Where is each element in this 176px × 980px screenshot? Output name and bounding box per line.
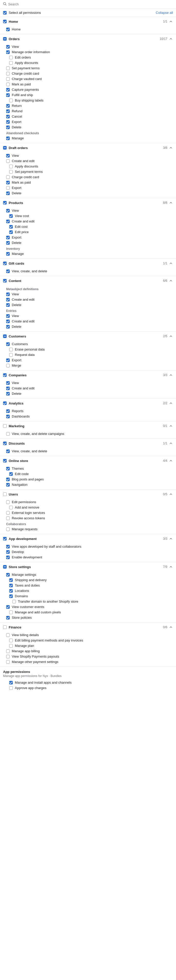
checkbox-checked[interactable] <box>9 472 13 476</box>
checkbox-checked[interactable] <box>6 483 10 487</box>
checkbox-checked[interactable] <box>6 325 10 329</box>
checkbox-checked[interactable] <box>9 214 13 218</box>
checkbox-indeterminate[interactable] <box>3 37 6 41</box>
checkbox-unchecked[interactable] <box>6 67 10 70</box>
checkbox-checked[interactable] <box>6 303 10 307</box>
checkbox-unchecked[interactable] <box>6 517 10 520</box>
section-header-marketing[interactable]: Marketing0/1 <box>0 422 176 431</box>
checkbox-unchecked[interactable] <box>6 364 10 368</box>
checkbox-checked[interactable] <box>6 387 10 390</box>
checkbox-unchecked[interactable] <box>6 72 10 75</box>
checkbox-checked[interactable] <box>6 545 10 549</box>
checkbox-checked[interactable] <box>6 320 10 323</box>
section-header-gift-cards[interactable]: Gift cards1/1 <box>0 259 176 268</box>
checkbox-unchecked[interactable] <box>6 660 10 664</box>
section-header-finance[interactable]: Finance0/6 <box>0 622 176 632</box>
checkbox-checked[interactable] <box>6 605 10 609</box>
checkbox-checked[interactable] <box>3 537 6 541</box>
checkbox-checked[interactable] <box>9 681 13 684</box>
checkbox-unchecked[interactable] <box>9 506 13 509</box>
checkbox-indeterminate[interactable] <box>3 146 6 150</box>
checkbox-checked[interactable] <box>9 231 13 234</box>
section-header-users[interactable]: Users0/5 <box>0 490 176 499</box>
checkbox-checked[interactable] <box>3 401 6 405</box>
section-header-companies[interactable]: Companies3/3 <box>0 371 176 380</box>
checkbox-checked[interactable] <box>6 550 10 554</box>
checkbox-checked[interactable] <box>3 262 6 265</box>
checkbox-unchecked[interactable] <box>9 56 13 59</box>
checkbox-unchecked[interactable] <box>9 348 13 351</box>
checkbox-unchecked[interactable] <box>9 644 13 648</box>
section-header-products[interactable]: Products8/8 <box>0 198 176 207</box>
checkbox-checked[interactable] <box>6 555 10 559</box>
checkbox-unchecked[interactable] <box>3 625 6 629</box>
checkbox-unchecked[interactable] <box>6 649 10 653</box>
section-header-discounts[interactable]: Discounts1/1 <box>0 439 176 448</box>
section-header-home[interactable]: Home1/1 <box>0 17 176 26</box>
collapse-all-button[interactable]: Collapse all <box>156 11 173 14</box>
checkbox-checked[interactable] <box>3 373 6 377</box>
checkbox-unchecked[interactable] <box>6 633 10 637</box>
checkbox-unchecked[interactable] <box>3 424 6 428</box>
checkbox-checked[interactable] <box>9 578 13 582</box>
checkbox-unchecked[interactable] <box>6 77 10 81</box>
checkbox-checked[interactable] <box>6 115 10 118</box>
checkbox-checked[interactable] <box>6 236 10 239</box>
checkbox-checked[interactable] <box>6 616 10 619</box>
checkbox-checked[interactable] <box>6 477 10 481</box>
checkbox-checked[interactable] <box>6 409 10 413</box>
checkbox-checked[interactable] <box>3 459 6 463</box>
checkbox-unchecked[interactable] <box>9 61 13 65</box>
checkbox-unchecked[interactable] <box>6 432 10 436</box>
checkbox-checked[interactable] <box>6 120 10 124</box>
checkbox-unchecked[interactable] <box>6 186 10 190</box>
checkbox-checked[interactable] <box>6 220 10 223</box>
checkbox-checked[interactable] <box>6 381 10 385</box>
checkbox-checked[interactable] <box>6 298 10 301</box>
section-header-draft-orders[interactable]: Draft orders3/8 <box>0 143 176 153</box>
checkbox-checked[interactable] <box>6 449 10 453</box>
checkbox-checked[interactable] <box>6 467 10 471</box>
section-header-customers[interactable]: Customers2/5 <box>0 332 176 341</box>
checkbox-checked[interactable] <box>6 28 10 31</box>
checkbox-checked[interactable] <box>6 181 10 185</box>
checkbox-checked[interactable] <box>6 154 10 158</box>
checkbox-checked[interactable] <box>9 595 13 598</box>
checkbox-unchecked[interactable] <box>6 500 10 504</box>
checkbox-unchecked[interactable] <box>6 527 10 531</box>
checkbox-unchecked[interactable] <box>9 353 13 357</box>
checkbox-checked[interactable] <box>9 225 13 229</box>
checkbox-checked[interactable] <box>6 342 10 346</box>
checkbox-checked[interactable] <box>6 104 10 108</box>
checkbox-checked[interactable] <box>3 442 6 445</box>
checkbox-unchecked[interactable] <box>3 492 6 496</box>
checkbox-checked[interactable] <box>9 584 13 587</box>
checkbox-checked[interactable] <box>6 415 10 418</box>
checkbox-checked[interactable] <box>6 269 10 273</box>
checkbox-checked[interactable] <box>6 573 10 576</box>
section-header-app-development[interactable]: App development3/3 <box>0 534 176 543</box>
checkbox-indeterminate[interactable] <box>3 565 6 569</box>
checkbox-unchecked[interactable] <box>6 655 10 659</box>
checkbox-checked[interactable] <box>6 110 10 113</box>
checkbox-unchecked[interactable] <box>9 639 13 642</box>
checkbox-checked[interactable] <box>3 20 6 23</box>
checkbox-checked[interactable] <box>6 314 10 318</box>
checkbox-checked[interactable] <box>6 88 10 92</box>
checkbox-checked[interactable] <box>6 392 10 396</box>
search-input[interactable] <box>8 2 173 6</box>
section-header-store-settings[interactable]: Store settings7/9 <box>0 562 176 571</box>
checkbox-checked[interactable] <box>3 201 6 205</box>
checkbox-checked[interactable] <box>9 589 13 593</box>
section-header-online-store[interactable]: Online store4/4 <box>0 456 176 465</box>
section-header-content[interactable]: Content6/6 <box>0 276 176 285</box>
checkbox-checked[interactable] <box>6 137 10 140</box>
checkbox-unchecked[interactable] <box>6 175 10 179</box>
checkbox-checked[interactable] <box>6 50 10 54</box>
checkbox-checked[interactable] <box>6 126 10 129</box>
checkbox-unchecked[interactable] <box>12 600 16 603</box>
checkbox-checked[interactable] <box>6 358 10 362</box>
checkbox-unchecked[interactable] <box>9 99 13 102</box>
select-all-checkbox[interactable] <box>3 11 6 14</box>
section-header-analytics[interactable]: Analytics2/2 <box>0 399 176 408</box>
